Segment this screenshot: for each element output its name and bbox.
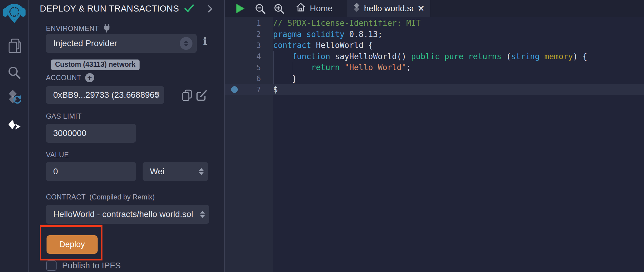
remix-logo-icon[interactable] (2, 2, 26, 25)
icon-sidebar (0, 0, 29, 272)
search-icon[interactable] (7, 66, 21, 81)
code-line[interactable]: 7$ (225, 84, 644, 95)
code-line[interactable]: 6 } (225, 73, 644, 84)
line-number[interactable]: 5 (243, 63, 261, 72)
contract-spinner-icon (200, 211, 205, 218)
solidity-file-icon (353, 2, 360, 14)
editor-tabbar: Home hello world.sol ✕ (225, 0, 644, 17)
code-text: $ (273, 85, 278, 94)
deploy-and-run-icon[interactable] (8, 120, 22, 135)
deploy-button[interactable]: Deploy (47, 235, 98, 254)
home-icon (296, 2, 306, 14)
line-number[interactable]: 1 (243, 19, 261, 28)
contract-value: HelloWorld - contracts/hello world.sol (53, 209, 209, 219)
panel-title: DEPLOY & RUN TRANSACTIONS (40, 4, 179, 14)
code-text: pragma solidity 0.8.13; (273, 30, 383, 39)
environment-value: Injected Provider (53, 39, 197, 48)
value-label: VALUE (46, 151, 69, 159)
code-line[interactable]: 3contract HelloWorld { (225, 40, 644, 51)
value-unit-spinner-icon (199, 168, 204, 175)
code-editor: Home hello world.sol ✕ 1// SPDX-License-… (225, 0, 644, 272)
environment-label: ENVIRONMENT (46, 25, 99, 33)
line-number[interactable]: 4 (243, 52, 261, 61)
gas-limit-input[interactable] (46, 124, 136, 143)
gas-limit-label: GAS LIMIT (46, 112, 81, 121)
environment-selector-icon (180, 37, 192, 50)
code-text: contract HelloWorld { (273, 41, 373, 50)
edit-account-icon[interactable] (196, 89, 208, 103)
environment-info-icon[interactable]: i (203, 35, 207, 47)
gas-limit-label-row: GAS LIMIT (46, 112, 81, 121)
contract-sublabel: (Compiled by Remix) (89, 193, 155, 201)
code-text: function sayHelloWorld() public pure ret… (273, 52, 587, 61)
line-number[interactable]: 2 (243, 30, 261, 39)
account-label-row: ACCOUNT + (46, 73, 94, 82)
zoom-in-icon[interactable] (273, 3, 285, 16)
account-select[interactable]: 0xBB9...29733 (23.6688965 (46, 86, 164, 104)
account-label: ACCOUNT (46, 74, 81, 82)
solidity-compiler-icon[interactable] (7, 89, 23, 109)
account-spinner-icon (155, 92, 160, 99)
publish-ipfs-checkbox[interactable] (46, 260, 57, 271)
file-explorer-icon[interactable] (7, 38, 22, 55)
code-line[interactable]: 4 function sayHelloWorld() public pure r… (225, 51, 644, 62)
line-number[interactable]: 6 (243, 74, 261, 83)
contract-select[interactable]: HelloWorld - contracts/hello world.sol (46, 205, 209, 224)
deploy-run-panel: DEPLOY & RUN TRANSACTIONS ENVIRONMENT (29, 0, 225, 272)
account-value: 0xBB9...29733 (23.6688965 (53, 90, 164, 100)
active-tab-label: hello world.sol (364, 4, 414, 13)
value-unit-select[interactable]: Wei (143, 162, 208, 181)
tab-home[interactable]: Home (293, 0, 336, 17)
code-area[interactable]: 1// SPDX-License-Identifier: MIT2pragma … (225, 17, 644, 272)
tab-hello-world-sol[interactable]: hello world.sol ✕ (348, 0, 430, 17)
run-script-icon[interactable] (236, 3, 245, 15)
publish-ipfs-label: Publish to IPFS (62, 261, 121, 270)
tab-home-label: Home (310, 4, 333, 13)
environment-select[interactable]: Injected Provider (46, 34, 197, 53)
contract-label: CONTRACT (46, 193, 86, 201)
value-label-row: VALUE (46, 151, 69, 159)
collapse-panel-chevron-icon[interactable] (208, 5, 213, 14)
line-number[interactable]: 3 (243, 41, 261, 50)
remix-ide-window: DEPLOY & RUN TRANSACTIONS ENVIRONMENT (0, 0, 644, 272)
code-lines: 1// SPDX-License-Identifier: MIT2pragma … (225, 18, 644, 95)
close-tab-icon[interactable]: ✕ (417, 4, 424, 13)
publish-row: Publish to IPFS (46, 260, 121, 271)
copy-account-icon[interactable] (181, 89, 193, 103)
add-account-icon[interactable]: + (85, 73, 94, 82)
zoom-out-icon[interactable] (254, 3, 266, 16)
code-text: // SPDX-License-Identifier: MIT (273, 19, 421, 28)
breakpoint-dot[interactable] (225, 86, 243, 93)
code-line[interactable]: 2pragma solidity 0.8.13; (225, 29, 644, 40)
environment-label-row: ENVIRONMENT (46, 23, 111, 34)
code-line[interactable]: 5 return "Hello World"; (225, 62, 644, 73)
code-text: } (273, 74, 297, 83)
code-line[interactable]: 1// SPDX-License-Identifier: MIT (225, 18, 644, 29)
value-input[interactable] (46, 162, 136, 181)
line-number[interactable]: 7 (243, 85, 261, 94)
code-text: return "Hello World"; (273, 63, 411, 72)
network-badge: Custom (43113) network (51, 59, 140, 70)
contract-label-row: CONTRACT (Compiled by Remix) (46, 193, 155, 201)
panel-header: DEPLOY & RUN TRANSACTIONS (40, 4, 194, 14)
compiled-check-icon (184, 4, 194, 14)
plug-icon (102, 23, 111, 34)
